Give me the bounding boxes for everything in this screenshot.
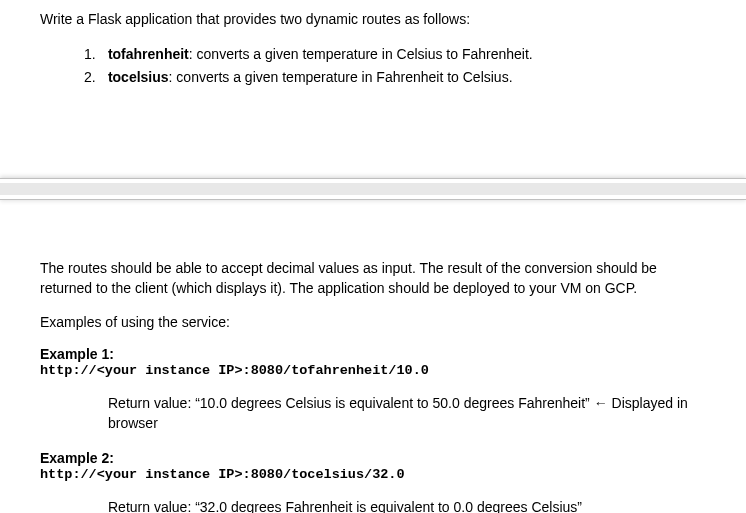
example-return: Return value: “10.0 degrees Celsius is e…: [40, 394, 706, 433]
route-desc: : converts a given temperature in Celsiu…: [189, 46, 533, 62]
route-desc: : converts a given temperature in Fahren…: [169, 69, 513, 85]
page-bottom: The routes should be able to accept deci…: [0, 248, 746, 513]
arrow-left-icon: ←: [594, 395, 608, 411]
page-break: [0, 178, 746, 200]
list-number: 2.: [84, 67, 104, 88]
list-number: 1.: [84, 44, 104, 65]
example-url: http://<your instance IP>:8080/tocelsius…: [40, 467, 706, 482]
route-name: tofahrenheit: [108, 46, 189, 62]
routes-list: 1. tofahrenheit: converts a given temper…: [40, 44, 706, 88]
example-return: Return value: “32.0 degrees Fahrenheit i…: [40, 498, 706, 513]
route-name: tocelsius: [108, 69, 169, 85]
list-item: 2. tocelsius: converts a given temperatu…: [84, 67, 706, 88]
example-label: Example 2:: [40, 450, 706, 466]
page-top: Write a Flask application that provides …: [0, 0, 746, 118]
body-paragraph: Examples of using the service:: [40, 312, 706, 332]
return-text: Return value: “10.0 degrees Celsius is e…: [108, 395, 594, 411]
example-block-2: Example 2: http://<your instance IP>:808…: [40, 450, 706, 482]
list-item: 1. tofahrenheit: converts a given temper…: [84, 44, 706, 65]
example-url: http://<your instance IP>:8080/tofahrenh…: [40, 363, 706, 378]
body-paragraph: The routes should be able to accept deci…: [40, 258, 706, 299]
example-label: Example 1:: [40, 346, 706, 362]
example-block-1: Example 1: http://<your instance IP>:808…: [40, 346, 706, 378]
intro-paragraph: Write a Flask application that provides …: [40, 10, 706, 30]
